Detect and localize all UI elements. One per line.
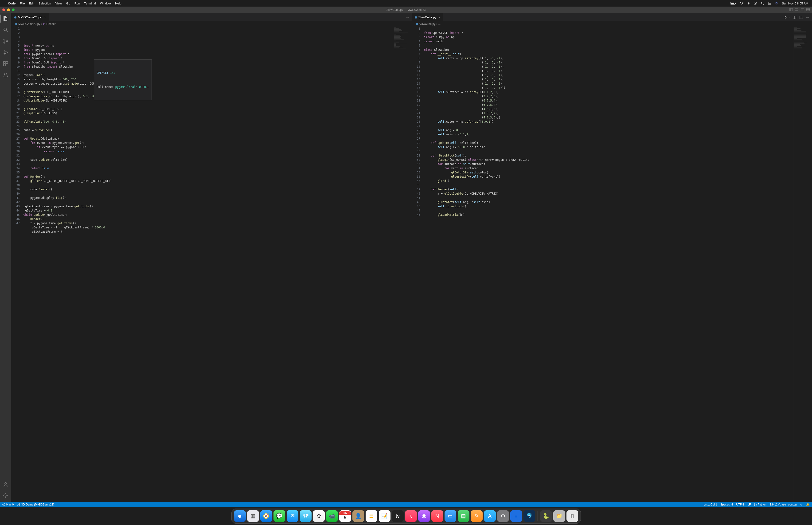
- siri-icon[interactable]: [775, 2, 778, 5]
- svg-rect-31: [3, 64, 5, 66]
- dock-facetime-icon[interactable]: 📹: [326, 510, 338, 522]
- code-content[interactable]: from OpenGL.GL import *import numpy as n…: [424, 27, 794, 502]
- dock-folder-icon[interactable]: 📁: [553, 510, 565, 522]
- tabbar-right: ⬣ SlowCube.py × ▾: [412, 13, 812, 21]
- dock-maps-icon[interactable]: 🗺: [300, 510, 311, 522]
- dock-photos-icon[interactable]: ✿: [313, 510, 325, 522]
- status-branch[interactable]: ⎇ 3D Game (My3DGame23): [17, 503, 54, 506]
- menu-edit[interactable]: Edit: [29, 2, 34, 5]
- menu-selection[interactable]: Selection: [39, 2, 51, 5]
- breadcrumb-right[interactable]: ⬣ SlowCube.py › ...: [412, 21, 812, 27]
- toggle-panel-bottom-icon[interactable]: [795, 9, 798, 11]
- tabbar-left: ⬣ My3DGame23.py × ⋯: [11, 13, 412, 21]
- python-file-icon: ⬣: [14, 16, 16, 19]
- extensions-icon[interactable]: [3, 61, 9, 67]
- bluetooth-icon[interactable]: ✱: [747, 2, 750, 5]
- toggle-panel-left-icon[interactable]: [790, 9, 793, 11]
- code-editor-right[interactable]: 1234567891011121314151617181920212223242…: [412, 27, 812, 502]
- dock-contacts-icon[interactable]: 👤: [352, 510, 364, 522]
- search-icon[interactable]: [3, 27, 9, 33]
- minimap[interactable]: [393, 27, 412, 502]
- dock-messages-icon[interactable]: 💬: [274, 510, 285, 522]
- tab-my3dgame23[interactable]: ⬣ My3DGame23.py ×: [11, 13, 49, 21]
- status-problems[interactable]: ⓧ0 ⚠0: [2, 503, 14, 507]
- menu-go[interactable]: Go: [66, 2, 70, 5]
- line-gutter: 1234567891011121314151617181920212223242…: [11, 27, 24, 502]
- svg-rect-2: [735, 3, 736, 4]
- run-file-icon[interactable]: [784, 16, 787, 19]
- dock-keynote-icon[interactable]: ▭: [445, 510, 456, 522]
- dock-podcasts-icon[interactable]: ◉: [418, 510, 430, 522]
- dock-pages-icon[interactable]: ✎: [471, 510, 482, 522]
- tab-label: My3DGame23.py: [18, 15, 42, 19]
- testing-icon[interactable]: [3, 72, 9, 78]
- dock-finder-icon[interactable]: ☻: [234, 510, 246, 522]
- accounts-icon[interactable]: [3, 481, 9, 487]
- dock-notes-icon[interactable]: 📝: [379, 510, 390, 522]
- toggle-layout-icon[interactable]: [799, 16, 803, 19]
- dock-numbers-icon[interactable]: ▤: [458, 510, 470, 522]
- window-zoom-button[interactable]: [12, 9, 15, 11]
- tab-slowcube[interactable]: ⬣ SlowCube.py ×: [412, 13, 444, 21]
- menu-file[interactable]: File: [20, 2, 25, 5]
- play-status-icon[interactable]: [754, 2, 757, 5]
- more-actions-icon[interactable]: ⋯: [406, 15, 409, 19]
- menu-window[interactable]: Window: [100, 2, 111, 5]
- status-language[interactable]: { } Python: [754, 503, 766, 506]
- dock-news-icon[interactable]: N: [431, 510, 443, 522]
- svg-rect-20: [808, 9, 810, 10]
- dock-safari-icon[interactable]: 🧭: [260, 510, 272, 522]
- svg-rect-13: [790, 9, 793, 11]
- hover-signature: OPENGL: int: [96, 71, 116, 75]
- control-center-icon[interactable]: [768, 2, 771, 5]
- breadcrumb-left[interactable]: ⬣ My3DGame23.py › ⊕ Render: [11, 21, 412, 27]
- dock-trash-icon[interactable]: 🗑: [566, 510, 578, 522]
- minimap[interactable]: [793, 27, 812, 502]
- customize-layout-icon[interactable]: [806, 9, 810, 11]
- menu-terminal[interactable]: Terminal: [85, 2, 96, 5]
- source-control-icon[interactable]: [3, 38, 9, 44]
- dock-settings-icon[interactable]: ⚙: [497, 510, 509, 522]
- code-content[interactable]: OPENGL: int Full name: pygame.locals.OPE…: [24, 27, 393, 502]
- chevron-down-icon[interactable]: ▾: [788, 16, 790, 18]
- close-icon[interactable]: ×: [439, 15, 441, 19]
- chevron-right-icon: ›: [436, 22, 437, 26]
- status-feedback-icon[interactable]: ☺: [800, 503, 803, 506]
- dock-calendar-icon[interactable]: NOV 5: [339, 510, 351, 522]
- status-interpreter[interactable]: 3.9.12 ('base': conda): [770, 503, 797, 506]
- dock-vscode-icon[interactable]: ≡: [510, 510, 522, 522]
- battery-icon[interactable]: [731, 2, 736, 5]
- more-actions-icon[interactable]: ⋯: [806, 15, 809, 19]
- svg-point-11: [775, 2, 778, 5]
- dock-mysql-icon[interactable]: 🐬: [523, 510, 535, 522]
- status-cursor[interactable]: Ln 1, Col 1: [703, 503, 717, 506]
- dock-mail-icon[interactable]: ✉: [287, 510, 298, 522]
- toggle-panel-right-icon[interactable]: [801, 9, 804, 11]
- split-editor-icon[interactable]: [793, 16, 796, 19]
- svg-rect-19: [806, 9, 808, 10]
- menu-help[interactable]: Help: [115, 2, 121, 5]
- status-notifications-icon[interactable]: 🔔: [806, 503, 810, 506]
- menu-view[interactable]: View: [55, 2, 62, 5]
- status-indent[interactable]: Spaces: 4: [720, 503, 733, 506]
- app-name[interactable]: Code: [8, 2, 16, 5]
- menu-run[interactable]: Run: [75, 2, 80, 5]
- dock-appstore-icon[interactable]: A: [484, 510, 496, 522]
- window-close-button[interactable]: [2, 9, 5, 11]
- wifi-icon[interactable]: [740, 2, 744, 5]
- dock-launchpad-icon[interactable]: ▦: [247, 510, 259, 522]
- code-editor-left[interactable]: 1234567891011121314151617181920212223242…: [11, 27, 412, 502]
- status-encoding[interactable]: UTF-8: [736, 503, 744, 506]
- close-icon[interactable]: ×: [44, 15, 46, 19]
- run-debug-icon[interactable]: [3, 49, 9, 56]
- status-eol[interactable]: LF: [747, 503, 751, 506]
- spotlight-icon[interactable]: [761, 2, 764, 5]
- dock-music-icon[interactable]: ♫: [405, 510, 417, 522]
- dock-python-idle-icon[interactable]: 🐍: [540, 510, 552, 522]
- settings-gear-icon[interactable]: [3, 493, 9, 499]
- menubar-clock[interactable]: Sun Nov 5 8:55 AM: [782, 2, 808, 5]
- window-minimize-button[interactable]: [7, 9, 10, 11]
- explorer-icon[interactable]: [3, 15, 9, 21]
- dock-tv-icon[interactable]: tv: [392, 510, 404, 522]
- dock-reminders-icon[interactable]: ☰: [366, 510, 377, 522]
